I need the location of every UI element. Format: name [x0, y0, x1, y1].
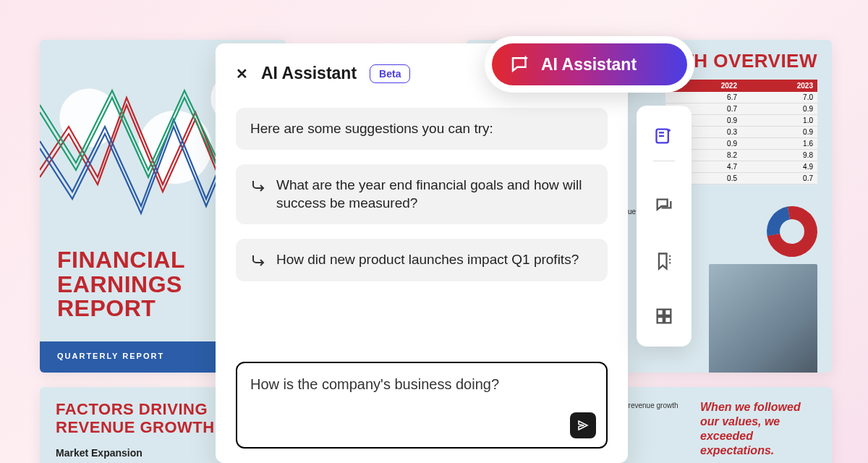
toolbar-divider	[653, 161, 675, 161]
donut-chart-icon	[757, 196, 827, 266]
svg-rect-8	[658, 317, 663, 323]
tool-apps-button[interactable]	[650, 302, 678, 331]
summary-sparkle-icon	[654, 126, 674, 146]
chat-sparkle-icon	[509, 54, 531, 75]
tool-bookmark-button[interactable]	[650, 247, 678, 276]
suggestion-bubble[interactable]: How did new product launches impact Q1 p…	[236, 239, 608, 281]
svg-rect-7	[665, 310, 671, 315]
question-input[interactable]: How is the company's business doing?	[236, 362, 608, 449]
ai-assistant-launch-button[interactable]: AI Assistant	[485, 36, 694, 93]
svg-rect-6	[658, 310, 663, 315]
question-input-text: How is the company's business doing?	[250, 376, 593, 393]
overview-photo	[709, 264, 817, 373]
chat-icon	[654, 196, 674, 216]
quote-text: When we followed our values, we exceeded…	[700, 400, 816, 463]
suggestion-text: What are the year end financial goals an…	[276, 176, 593, 213]
suggestion-bubble[interactable]: What are the year end financial goals an…	[236, 164, 608, 224]
beta-badge: Beta	[370, 64, 410, 83]
reply-arrow-icon	[250, 178, 268, 195]
close-icon[interactable]: ✕	[236, 65, 248, 82]
send-icon	[576, 419, 590, 432]
bookmark-icon	[654, 251, 674, 271]
tool-summary-button[interactable]	[650, 122, 678, 150]
apps-grid-icon	[654, 306, 674, 326]
panel-title: AI Assistant	[261, 64, 357, 83]
intro-bubble: Here are some suggestions you can try:	[236, 108, 608, 150]
tool-chat-button[interactable]	[650, 192, 678, 221]
side-toolbar	[637, 106, 692, 347]
suggestion-text: How did new product launches impact Q1 p…	[276, 250, 579, 269]
ai-pill-label: AI Assistant	[541, 55, 637, 75]
svg-point-3	[669, 255, 671, 257]
svg-rect-9	[665, 317, 671, 323]
send-button[interactable]	[570, 412, 596, 438]
svg-point-4	[669, 259, 671, 260]
ai-assistant-panel: ✕ AI Assistant Beta Here are some sugges…	[216, 43, 628, 463]
reply-arrow-icon	[250, 252, 268, 270]
svg-point-5	[669, 262, 671, 263]
